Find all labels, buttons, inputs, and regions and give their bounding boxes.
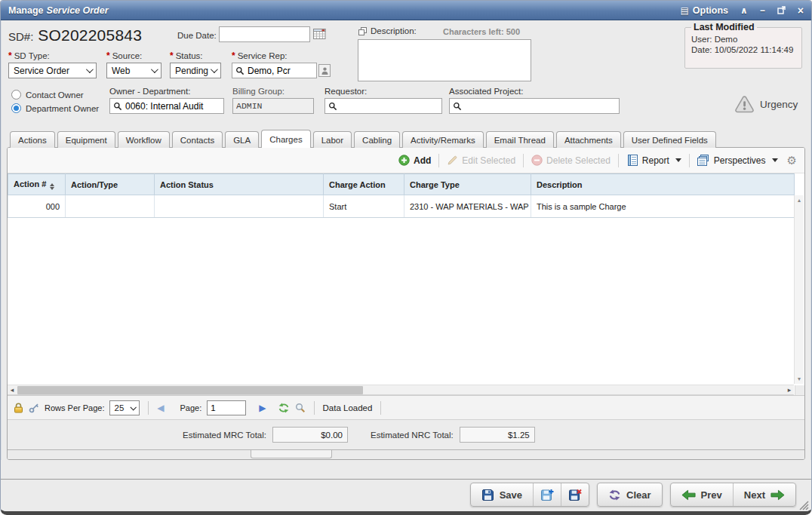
footer: Save Clear Prev — [1, 460, 811, 511]
add-button[interactable]: Add — [398, 155, 431, 166]
save-close-floppy-icon — [568, 489, 582, 501]
tab-equipment[interactable]: Equipment — [57, 131, 115, 148]
rows-per-page-label: Rows Per Page: — [45, 403, 104, 412]
due-date-input[interactable] — [219, 26, 310, 42]
billing-group-value — [232, 98, 314, 114]
scroll-up-icon[interactable]: ▴ — [798, 197, 801, 204]
tab-area: Actions Equipment Workflow Contacts GLA … — [1, 127, 811, 460]
lock-icon[interactable] — [14, 403, 23, 413]
tab-charges[interactable]: Charges — [261, 130, 310, 148]
tab-actions[interactable]: Actions — [10, 131, 55, 148]
minimize-button[interactable]: − — [760, 6, 765, 15]
perspectives-button[interactable]: Perspectives — [697, 155, 778, 166]
table-header-row: Action # Action/Type Action Status Charg… — [8, 174, 795, 195]
requestor-input[interactable] — [324, 98, 442, 114]
delete-icon — [531, 155, 543, 166]
vertical-scrollbar[interactable]: ▴▾ — [794, 195, 804, 384]
urgency-button[interactable]: Urgency — [734, 96, 798, 113]
next-page-button[interactable]: ▶ — [259, 403, 266, 412]
tab-activity-remarks[interactable]: Activity/Remarks — [402, 131, 484, 148]
scroll-down-icon[interactable]: ▾ — [798, 376, 801, 382]
search-grid-icon[interactable] — [295, 403, 306, 413]
delete-selected-button[interactable]: Delete Selected — [531, 155, 611, 166]
save-and-close-button[interactable] — [561, 483, 589, 506]
person-picker-button[interactable] — [318, 64, 331, 77]
popout-button[interactable] — [777, 6, 786, 14]
tab-cabling[interactable]: Cabling — [354, 131, 400, 148]
col-action-type[interactable]: Action/Type — [66, 174, 155, 195]
tab-labor[interactable]: Labor — [313, 131, 352, 148]
grid-status-text: Data Loaded — [323, 403, 373, 412]
scrollbar-corner — [795, 385, 804, 395]
report-button[interactable]: Report — [626, 155, 681, 166]
gear-icon[interactable]: ⚙ — [787, 154, 797, 167]
panel-bottom-strip — [8, 449, 804, 459]
add-icon — [398, 155, 410, 166]
scrollbar-thumb[interactable] — [17, 386, 363, 394]
service-rep-label: Service Rep: — [238, 51, 288, 60]
owner-department-label: Owner - Department: — [109, 87, 190, 96]
contact-owner-radio[interactable]: Contact Owner — [11, 90, 84, 100]
tab-user-defined-fields[interactable]: User Defined Fields — [623, 131, 716, 148]
chevron-down-icon — [211, 66, 218, 73]
save-floppy-icon — [481, 489, 494, 501]
col-charge-type[interactable]: Charge Type — [404, 174, 531, 195]
edit-selected-button[interactable]: Edit Selected — [447, 155, 515, 166]
description-textarea[interactable] — [358, 39, 531, 81]
calendar-icon[interactable] — [313, 28, 326, 39]
cell-action-type — [66, 195, 155, 218]
next-button[interactable]: Next — [733, 483, 795, 506]
perspectives-icon — [697, 155, 710, 166]
key-icon[interactable] — [29, 403, 39, 413]
collapse-button[interactable]: ∧ — [740, 6, 748, 15]
tab-attachments[interactable]: Attachments — [556, 131, 621, 148]
charges-table: Action # Action/Type Action Status Charg… — [8, 173, 795, 218]
col-action-number[interactable]: Action # — [8, 174, 66, 195]
save-and-new-button[interactable] — [533, 483, 561, 506]
rows-per-page-select[interactable]: 25 — [109, 400, 140, 415]
scroll-left-icon[interactable]: ◂ — [8, 385, 17, 394]
report-icon — [626, 155, 638, 166]
person-icon — [321, 67, 328, 75]
expand-description-icon[interactable] — [358, 27, 367, 35]
owner-department-input[interactable] — [109, 98, 224, 114]
col-description[interactable]: Description — [531, 174, 795, 195]
tab-workflow[interactable]: Workflow — [118, 131, 170, 148]
close-button[interactable]: × — [798, 5, 804, 16]
clipped-tab — [251, 450, 332, 458]
table-row[interactable]: 000 Start 2310 - WAP MATERIALS - WAP MAT… — [8, 195, 795, 218]
popout-icon — [777, 6, 786, 14]
resize-grip[interactable] — [798, 499, 809, 510]
divider — [380, 401, 381, 415]
prev-page-button[interactable]: ◀ — [157, 403, 164, 412]
status-select[interactable]: Pending — [170, 63, 221, 78]
service-rep-input[interactable] — [232, 63, 317, 78]
tab-email-thread[interactable]: Email Thread — [486, 131, 554, 148]
save-button[interactable]: Save — [471, 483, 533, 506]
last-modified-panel: Last Modified User: Demo Date: 10/05/202… — [684, 22, 802, 69]
refresh-icon[interactable] — [278, 403, 290, 413]
prev-button[interactable]: Prev — [671, 483, 733, 506]
clear-refresh-icon — [608, 489, 621, 501]
page-number-input[interactable] — [207, 400, 246, 415]
clear-button[interactable]: Clear — [598, 483, 662, 506]
associated-project-input[interactable] — [449, 98, 620, 114]
chevron-down-icon — [772, 158, 778, 162]
tab-gla[interactable]: GLA — [225, 131, 259, 148]
options-list-icon: ▤ — [680, 5, 688, 16]
department-owner-radio[interactable]: Department Owner — [11, 103, 99, 113]
horizontal-scrollbar[interactable]: ◂ ▸ — [8, 385, 794, 395]
scroll-right-icon[interactable]: ▸ — [785, 385, 794, 394]
sort-icon[interactable] — [50, 183, 54, 190]
tab-contacts[interactable]: Contacts — [172, 131, 223, 148]
billing-group-label: Billing Group: — [232, 87, 285, 96]
description-label: Description: — [371, 26, 417, 35]
cell-charge-action: Start — [324, 195, 404, 218]
col-action-status[interactable]: Action Status — [155, 174, 324, 195]
divider — [689, 154, 690, 167]
options-button[interactable]: ▤ Options — [680, 5, 728, 16]
source-select[interactable]: Web — [106, 63, 161, 78]
col-charge-action[interactable]: Charge Action — [324, 174, 404, 195]
sd-type-select[interactable]: Service Order — [8, 63, 97, 78]
due-date-label: Due Date: — [177, 31, 217, 40]
